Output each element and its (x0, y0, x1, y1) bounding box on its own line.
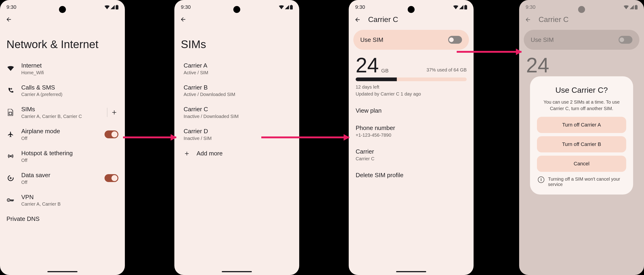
add-more-button[interactable]: Add more (174, 145, 299, 162)
cancel-button[interactable]: Cancel (537, 156, 626, 172)
row-title: Private DNS (6, 215, 118, 223)
usage-updated: Updated by Carrier C 1 day ago (356, 90, 467, 97)
row-data-saver[interactable]: Data saver Off (0, 167, 125, 189)
row-title: VPN (21, 193, 118, 201)
vpn-key-icon (6, 196, 15, 204)
svg-point-3 (10, 156, 12, 157)
row-view-plan[interactable]: View plan (349, 102, 474, 119)
use-sim-toggle (618, 36, 632, 44)
row-sub: Off (21, 158, 118, 163)
app-bar: Carrier C (519, 12, 644, 27)
row-carrier[interactable]: Carrier Carrier C (349, 143, 474, 166)
back-icon[interactable] (179, 15, 187, 24)
signal-icon (110, 5, 115, 9)
row-airplane-mode[interactable]: Airplane mode Off (0, 123, 125, 145)
hotspot-icon (6, 152, 15, 160)
row-calls-sms[interactable]: Calls & SMS Carrier A (preferred) (0, 80, 125, 102)
svg-rect-8 (291, 5, 292, 6)
row-sub: +1-123-456-7890 (356, 132, 467, 138)
row-title: Data saver (21, 172, 98, 179)
plus-icon (111, 110, 117, 116)
row-delete-sim[interactable]: Delete SIM profile (349, 166, 474, 184)
row-sub: Carrier A, Carrier B (21, 202, 118, 207)
nav-handle[interactable] (222, 271, 252, 272)
flow-arrow-1 (123, 136, 176, 138)
nav-handle[interactable] (48, 271, 78, 272)
info-icon: i (538, 176, 544, 183)
row-title: View plan (356, 107, 467, 114)
sim-icon (6, 108, 15, 116)
wifi-icon (624, 5, 629, 9)
status-icons (279, 5, 293, 10)
sim-row-carrier-b[interactable]: Carrier B Active / Downloaded SIM (174, 80, 299, 102)
battery-icon (635, 5, 638, 10)
page-title: Network & Internet (0, 27, 125, 58)
usage-bar-fill (356, 78, 397, 81)
turn-off-carrier-a-button[interactable]: Turn off Carrier A (537, 117, 626, 133)
app-bar: Carrier C (349, 12, 474, 27)
usage-amount: 24 (356, 55, 379, 76)
use-carrier-dialog: Use Carrier C? You can use 2 SIMs at a t… (530, 76, 633, 194)
screen-carrier-dialog: 9:30 Carrier C Use SIM 24 Use Carrier C?… (519, 0, 644, 275)
signal-icon (630, 5, 634, 9)
row-sub: Carrier A, Carrier B, Carrier C (21, 114, 100, 119)
svg-point-6 (8, 200, 9, 200)
svg-rect-0 (116, 5, 118, 10)
svg-rect-9 (464, 5, 467, 10)
flow-arrow-2 (261, 136, 349, 138)
row-title: Delete SIM profile (356, 172, 467, 179)
camera-hole-icon (233, 6, 240, 13)
row-sub: Inactive / Downloaded SIM (184, 114, 293, 119)
svg-rect-2 (9, 112, 12, 115)
row-title: Airplane mode (21, 128, 98, 135)
row-hotspot[interactable]: Hotspot & tethering Off (0, 145, 125, 167)
use-sim-label: Use SIM (360, 36, 384, 44)
sim-row-carrier-a[interactable]: Carrier A Active / SIM (174, 58, 299, 80)
battery-icon (116, 5, 118, 10)
status-time: 9:30 (6, 4, 16, 10)
page-title: Carrier C (538, 15, 568, 24)
row-title: SIMs (21, 106, 100, 113)
nav-handle[interactable] (396, 271, 426, 272)
sim-row-carrier-c[interactable]: Carrier C Inactive / Downloaded SIM (174, 101, 299, 123)
status-time: 9:30 (526, 4, 536, 10)
status-icons (453, 5, 467, 10)
row-title: Carrier (356, 148, 467, 155)
dialog-info: i Turning off a SIM won't cancel your se… (537, 175, 626, 188)
row-title: Phone number (356, 124, 467, 132)
sim-row-carrier-d[interactable]: Carrier D Inactive / SIM (174, 123, 299, 145)
use-sim-card[interactable]: Use SIM (353, 30, 469, 50)
camera-hole-icon (408, 6, 414, 13)
wifi-icon (279, 5, 284, 9)
row-private-dns[interactable]: Private DNS (0, 211, 125, 227)
dialog-body: You can use 2 SIMs at a time. To use Car… (537, 99, 626, 112)
battery-icon (290, 5, 293, 10)
back-icon[interactable] (353, 16, 362, 24)
row-phone-number[interactable]: Phone number +1-123-456-7890 (349, 119, 474, 143)
page-title: Carrier C (368, 15, 398, 24)
dialog-info-text: Turning off a SIM won't cancel your serv… (548, 176, 625, 187)
data-saver-toggle[interactable] (104, 174, 118, 182)
phone-forward-icon (6, 86, 15, 94)
back-icon[interactable] (4, 15, 13, 24)
svg-rect-11 (635, 5, 638, 10)
use-sim-label: Use SIM (531, 36, 554, 44)
row-title: Calls & SMS (21, 84, 118, 92)
status-icons (104, 5, 118, 10)
use-sim-toggle[interactable] (448, 36, 462, 44)
add-sim-button[interactable] (110, 108, 118, 116)
use-sim-card: Use SIM (524, 30, 640, 50)
airplane-toggle[interactable] (104, 130, 118, 138)
svg-rect-12 (636, 5, 636, 6)
row-vpn[interactable]: VPN Carrier A, Carrier B (0, 189, 125, 211)
turn-off-carrier-b-button[interactable]: Turn off Carrier B (537, 136, 626, 152)
sim-list: Carrier A Active / SIM Carrier B Active … (174, 58, 299, 162)
row-sub: Home_Wifi (21, 70, 118, 76)
row-internet[interactable]: Internet Home_Wifi (0, 58, 125, 80)
row-title: Carrier A (184, 62, 293, 70)
row-sims[interactable]: SIMs Carrier A, Carrier B, Carrier C (0, 101, 125, 123)
row-sub: Carrier A (preferred) (21, 92, 118, 97)
app-bar (174, 12, 299, 27)
usage-days-left: 12 days left (356, 84, 467, 90)
row-title: Internet (21, 62, 118, 70)
